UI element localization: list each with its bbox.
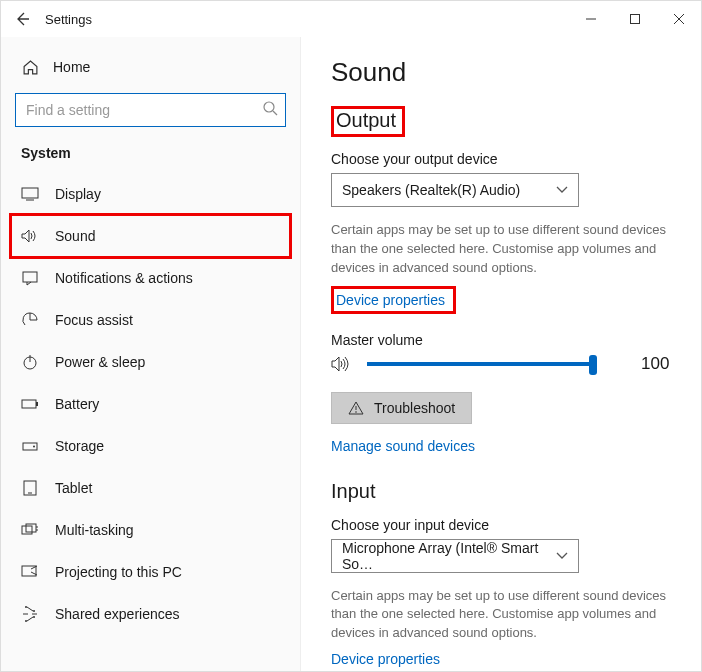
sidebar-category: System: [15, 141, 286, 173]
svg-point-2: [264, 102, 274, 112]
highlight-output-heading: Output: [331, 106, 405, 137]
output-heading: Output: [336, 109, 396, 132]
troubleshoot-label: Troubleshoot: [374, 400, 455, 416]
warning-icon: [348, 401, 364, 415]
power-icon: [21, 354, 39, 370]
svg-rect-1: [631, 15, 640, 24]
svg-point-23: [33, 616, 35, 618]
sidebar-item-display[interactable]: Display: [15, 173, 286, 215]
sidebar: Home System Display Sound Notifications …: [1, 37, 301, 672]
svg-rect-9: [22, 400, 36, 408]
sidebar-item-shared-experiences[interactable]: Shared experiences: [15, 593, 286, 635]
input-device-properties-link[interactable]: Device properties: [331, 651, 440, 667]
battery-icon: [21, 398, 39, 410]
troubleshoot-button[interactable]: Troubleshoot: [331, 392, 472, 424]
master-volume-slider[interactable]: [367, 354, 595, 374]
sidebar-item-label: Multi-tasking: [55, 522, 134, 538]
svg-point-21: [33, 610, 35, 612]
sidebar-item-label: Notifications & actions: [55, 270, 193, 286]
notifications-icon: [21, 270, 39, 286]
search-icon: [262, 100, 278, 116]
sidebar-item-label: Tablet: [55, 480, 92, 496]
svg-rect-10: [36, 402, 38, 406]
tablet-icon: [21, 480, 39, 496]
sidebar-item-label: Storage: [55, 438, 104, 454]
sidebar-item-label: Battery: [55, 396, 99, 412]
main-content: Sound Output Choose your output device S…: [301, 37, 701, 672]
close-button[interactable]: [657, 1, 701, 37]
sidebar-item-battery[interactable]: Battery: [15, 383, 286, 425]
input-choose-label: Choose your input device: [331, 517, 671, 533]
back-icon[interactable]: [13, 11, 31, 27]
sidebar-item-multitasking[interactable]: Multi-tasking: [15, 509, 286, 551]
display-icon: [21, 187, 39, 201]
sidebar-item-focus-assist[interactable]: Focus assist: [15, 299, 286, 341]
titlebar: Settings: [1, 1, 701, 37]
svg-rect-4: [22, 188, 38, 198]
svg-point-22: [25, 620, 27, 622]
project-icon: [21, 565, 39, 579]
sidebar-item-sound[interactable]: Sound: [15, 215, 286, 257]
home-icon: [21, 59, 39, 76]
svg-rect-6: [23, 272, 37, 282]
sidebar-item-power-sleep[interactable]: Power & sleep: [15, 341, 286, 383]
sidebar-item-projecting[interactable]: Projecting to this PC: [15, 551, 286, 593]
search-input[interactable]: [15, 93, 286, 127]
settings-window: Settings Home: [0, 0, 702, 672]
svg-point-20: [25, 606, 27, 608]
output-choose-label: Choose your output device: [331, 151, 671, 167]
chevron-down-icon: [556, 552, 568, 560]
highlight-device-properties: Device properties: [331, 286, 456, 314]
speaker-icon[interactable]: [331, 355, 351, 373]
minimize-button[interactable]: [569, 1, 613, 37]
sidebar-item-tablet[interactable]: Tablet: [15, 467, 286, 509]
page-title: Sound: [331, 57, 671, 88]
sound-icon: [21, 228, 39, 244]
sidebar-item-storage[interactable]: Storage: [15, 425, 286, 467]
output-device-value: Speakers (Realtek(R) Audio): [342, 182, 520, 198]
manage-sound-devices-link[interactable]: Manage sound devices: [331, 438, 475, 454]
output-device-properties-link[interactable]: Device properties: [336, 292, 445, 308]
output-device-select[interactable]: Speakers (Realtek(R) Audio): [331, 173, 579, 207]
svg-rect-16: [26, 524, 36, 532]
input-device-value: Microphone Array (Intel® Smart So…: [342, 540, 556, 572]
master-volume-label: Master volume: [331, 332, 671, 348]
sidebar-item-label: Power & sleep: [55, 354, 145, 370]
sidebar-item-notifications[interactable]: Notifications & actions: [15, 257, 286, 299]
sidebar-item-label: Shared experiences: [55, 606, 180, 622]
chevron-down-icon: [556, 186, 568, 194]
svg-point-27: [355, 411, 357, 413]
master-volume-value: 100: [641, 354, 669, 374]
sidebar-item-label: Focus assist: [55, 312, 133, 328]
output-note: Certain apps may be set up to use differ…: [331, 221, 671, 278]
multitask-icon: [21, 523, 39, 537]
sidebar-item-label: Sound: [55, 228, 95, 244]
svg-point-12: [33, 446, 35, 448]
sidebar-item-label: Projecting to this PC: [55, 564, 182, 580]
home-label: Home: [53, 59, 90, 75]
svg-line-3: [273, 111, 277, 115]
window-controls: [569, 1, 701, 37]
svg-rect-15: [22, 526, 32, 534]
shared-icon: [21, 606, 39, 622]
sidebar-home[interactable]: Home: [15, 47, 286, 87]
input-note: Certain apps may be set up to use differ…: [331, 587, 671, 644]
input-device-select[interactable]: Microphone Array (Intel® Smart So…: [331, 539, 579, 573]
focus-icon: [21, 312, 39, 328]
sidebar-item-label: Display: [55, 186, 101, 202]
storage-icon: [21, 440, 39, 452]
maximize-button[interactable]: [613, 1, 657, 37]
window-title: Settings: [45, 12, 92, 27]
input-heading: Input: [331, 480, 671, 503]
